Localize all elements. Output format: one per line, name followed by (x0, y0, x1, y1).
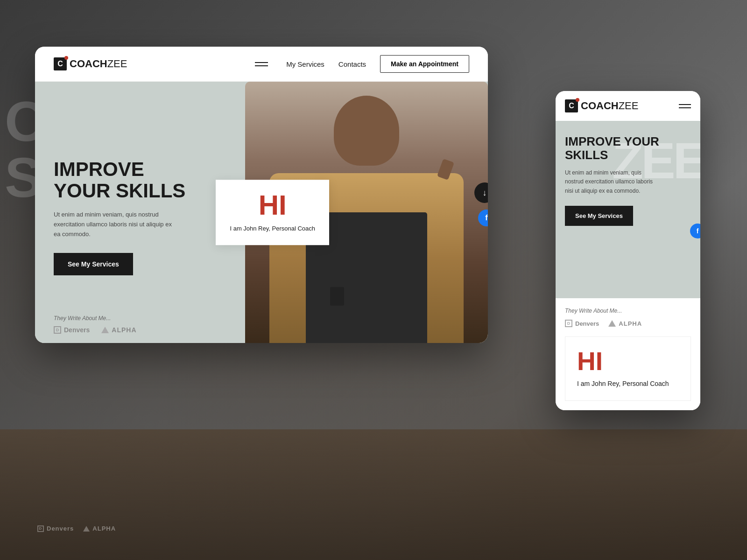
mobile-brand-logos: D Denvers ALPHA (565, 320, 691, 327)
mobile-write-label: They Write About Me... (565, 308, 691, 314)
mobile-see-services-button[interactable]: See My Services (565, 206, 633, 226)
desktop-hero-description: Ut enim ad minim veniam, quis nostrud ex… (54, 210, 175, 239)
mobile-hi-subtitle: I am John Rey, Personal Coach (577, 379, 679, 389)
mobile-denvers-icon: D (565, 320, 572, 327)
mobile-navbar: COACHZEE (556, 91, 700, 121)
make-appointment-button[interactable]: Make an Appointment (380, 55, 469, 73)
mobile-hero-title: IMPROVE YOUR SKILLS (565, 135, 691, 161)
hamburger-line-1 (255, 62, 268, 63)
background-denvers: D Denvers (37, 525, 74, 532)
mobile-facebook-letter: f (697, 227, 699, 235)
desktop-hi-text: HI (230, 191, 315, 219)
nav-my-services[interactable]: My Services (286, 60, 324, 68)
mobile-hi-card: HI I am John Rey, Personal Coach (565, 336, 691, 401)
mobile-facebook-icon[interactable]: f (690, 224, 700, 238)
desktop-hamburger[interactable] (255, 62, 268, 66)
desktop-alpha-brand: ALPHA (101, 326, 136, 334)
mobile-bottom-section: They Write About Me... D Denvers ALPHA H… (556, 298, 700, 410)
desktop-write-label: They Write About Me... (54, 315, 137, 322)
mobile-hero: ZEE IMPROVE YOUR SKILLS Ut enim ad minim… (556, 121, 700, 298)
background-bottom: D Denvers ALPHA (0, 429, 747, 560)
desktop-denvers-brand: D Denvers (54, 326, 90, 334)
download-icon: ↓ (483, 188, 487, 198)
desktop-hi-subtitle: I am John Rey, Personal Coach (230, 224, 315, 233)
logo-icon (54, 57, 67, 70)
mobile-hi-text: HI (577, 349, 679, 374)
desktop-logo[interactable]: COACHZEE (54, 57, 127, 70)
desktop-see-services-button[interactable]: See My Services (54, 253, 133, 275)
mobile-hamburger[interactable] (679, 104, 691, 108)
mobile-denvers-brand: D Denvers (565, 320, 599, 327)
desktop-hero-content: IMPROVE YOUR SKILLS Ut enim ad minim ven… (54, 159, 203, 276)
nav-contacts[interactable]: Contacts (338, 60, 366, 68)
hamburger-line-2 (255, 65, 268, 66)
person-head (334, 96, 399, 166)
mobile-hamburger-line-2 (679, 107, 691, 108)
desktop-mockup: COACHZEE My Services Contacts Make an Ap… (35, 47, 488, 343)
background-brand-logos: D Denvers ALPHA (37, 525, 116, 532)
mobile-mockup: COACHZEE ZEE IMPROVE YOUR SKILLS Ut enim… (556, 91, 700, 410)
mobile-logo[interactable]: COACHZEE (565, 99, 638, 112)
mobile-alpha-brand: ALPHA (608, 320, 642, 327)
mobile-logo-text: COACHZEE (581, 100, 638, 112)
mobile-alpha-triangle-icon (608, 320, 616, 327)
desktop-hero-title: IMPROVE YOUR SKILLS (54, 159, 203, 202)
logo-text: COACHZEE (70, 58, 127, 70)
alpha-triangle-icon (83, 526, 90, 532)
mobile-hamburger-line-1 (679, 104, 691, 105)
mobile-logo-icon (565, 99, 578, 112)
facebook-letter: f (485, 214, 487, 222)
denvers-logo-icon: D (54, 326, 61, 334)
mobile-hero-description: Ut enim ad minim veniam, quis nostrud ex… (565, 168, 658, 196)
desktop-brand-logos: D Denvers ALPHA (54, 326, 137, 334)
denvers-icon: D (37, 525, 44, 532)
background-alpha: ALPHA (83, 525, 116, 532)
desktop-hero-bottom: They Write About Me... D Denvers ALPHA (54, 315, 137, 334)
desktop-navbar: COACHZEE My Services Contacts Make an Ap… (35, 47, 488, 82)
desktop-hi-card: HI I am John Rey, Personal Coach (216, 180, 329, 245)
background-bottom-content: D Denvers ALPHA (37, 525, 116, 532)
desktop-nav-links: My Services Contacts Make an Appointment (286, 55, 469, 73)
desktop-hero: ZEE IMPROVE YOUR SKILLS Ut enim ad minim… (35, 82, 488, 343)
coffee-cup (330, 287, 344, 306)
alpha-triangle-icon (101, 327, 109, 333)
